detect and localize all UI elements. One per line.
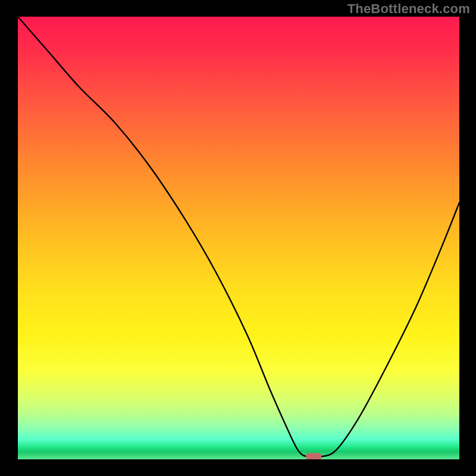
optimal-marker bbox=[306, 453, 321, 459]
chart-frame: TheBottleneck.com bbox=[0, 0, 476, 476]
bottleneck-curve bbox=[18, 17, 459, 459]
watermark-text: TheBottleneck.com bbox=[347, 1, 470, 17]
plot-area bbox=[18, 17, 459, 459]
